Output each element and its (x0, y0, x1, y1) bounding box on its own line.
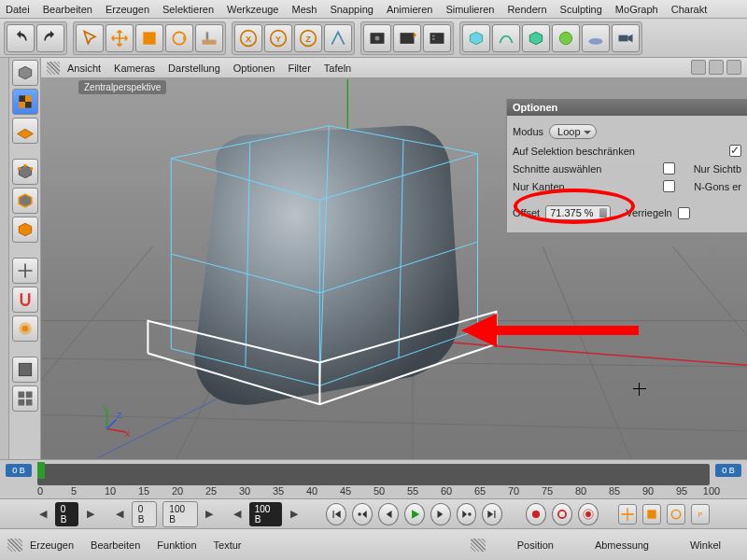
attr-tab-textur[interactable]: Textur (214, 539, 242, 551)
view-menu-darstellung[interactable]: Darstellung (168, 63, 220, 74)
menu-erzeugen[interactable]: Erzeugen (106, 4, 149, 15)
viewport-layouts-button[interactable] (12, 385, 38, 412)
view-menu-ansicht[interactable]: Ansicht (67, 63, 101, 74)
range2-field[interactable]: 100 B (249, 502, 283, 526)
view-menu-optionen[interactable]: Optionen (233, 63, 275, 74)
timeline-ruler[interactable] (37, 464, 710, 485)
view-menu-kameras[interactable]: Kameras (114, 63, 155, 74)
view-zoom-icon[interactable] (726, 60, 741, 75)
svg-point-25 (30, 167, 33, 170)
environment-button[interactable] (582, 24, 610, 52)
range2-next-icon[interactable]: ▶ (288, 506, 300, 523)
point-mode-button[interactable] (12, 159, 38, 185)
deformer-button[interactable] (552, 24, 580, 52)
timeline-start-marker[interactable]: 0 B (6, 464, 32, 477)
range-end-next-icon[interactable]: ▶ (204, 506, 216, 523)
range-start-field[interactable]: 0 B (132, 501, 158, 527)
soft-select-button[interactable] (12, 315, 38, 342)
spline-button[interactable] (492, 24, 520, 52)
timeline-end-marker[interactable]: 0 B (715, 464, 741, 477)
next-key-button[interactable] (457, 503, 477, 525)
menu-snapping[interactable]: Snapping (330, 4, 374, 15)
snap-button[interactable] (12, 287, 38, 313)
record-button[interactable] (526, 503, 546, 525)
range-prev-icon[interactable]: ◀ (37, 506, 49, 523)
timeline[interactable]: 0 B 0 B 0 5 10 15 20 25 30 35 40 45 50 5… (0, 459, 747, 498)
menu-charakter[interactable]: Charakt (671, 4, 708, 15)
current-frame-field[interactable]: 0 B (55, 502, 79, 526)
texture-mode-button[interactable] (12, 89, 38, 115)
view-menu-filter[interactable]: Filter (288, 63, 310, 74)
tick: 60 (441, 485, 452, 497)
render-view-button[interactable] (363, 24, 391, 52)
viewport-solo-button[interactable] (12, 357, 38, 383)
range-start-prev-icon[interactable]: ◀ (114, 506, 126, 523)
attr-tab-funktion[interactable]: Funktion (157, 539, 196, 551)
only-edges-checkbox[interactable] (663, 180, 675, 192)
goto-start-button[interactable] (326, 503, 346, 525)
prev-frame-button[interactable] (378, 503, 399, 525)
menu-rendern[interactable]: Rendern (507, 4, 546, 15)
polygon-mode-button[interactable] (12, 217, 38, 243)
menu-animieren[interactable]: Animieren (387, 4, 433, 15)
render-settings-button[interactable] (423, 24, 451, 52)
camera-button[interactable] (612, 24, 640, 52)
menu-mesh[interactable]: Mesh (291, 4, 317, 15)
enable-axis-button[interactable] (12, 258, 38, 284)
range-next-icon[interactable]: ▶ (84, 506, 96, 523)
workplane-button[interactable] (12, 118, 38, 144)
play-button[interactable] (404, 503, 425, 525)
viewport-3d[interactable]: Y X Z Optionen Modus Loop Auf Selektion … (41, 78, 747, 459)
menu-bearbeiten[interactable]: Bearbeiten (43, 4, 92, 15)
autokey-button[interactable] (552, 503, 572, 525)
rotate-tool[interactable] (165, 24, 193, 52)
y-axis-button[interactable]: Y (264, 24, 292, 52)
model-mode-button[interactable] (12, 60, 38, 86)
svg-line-57 (107, 429, 126, 432)
attr-grip-icon[interactable] (7, 539, 22, 552)
menu-sculpting[interactable]: Sculpting (560, 4, 602, 15)
redo-button[interactable] (36, 24, 64, 52)
cube-primitive-button[interactable] (462, 24, 490, 52)
move-tool[interactable] (106, 24, 134, 52)
view-nav-icon[interactable] (691, 60, 706, 75)
coord-grip-icon[interactable] (471, 539, 486, 552)
view-move-icon[interactable] (709, 60, 724, 75)
last-tool[interactable] (195, 24, 223, 52)
restrict-checkbox[interactable] (729, 145, 741, 157)
z-axis-button[interactable]: Z (294, 24, 322, 52)
next-frame-button[interactable] (430, 503, 451, 525)
menu-simulieren[interactable]: Simulieren (445, 4, 494, 15)
x-axis-button[interactable]: X (234, 24, 262, 52)
viewport-grip-icon[interactable] (47, 62, 60, 75)
edge-mode-button[interactable] (12, 188, 38, 214)
prev-key-button[interactable] (352, 503, 373, 525)
key-param-button[interactable]: P (691, 504, 710, 525)
generator-button[interactable] (522, 24, 550, 52)
attr-tab-bearbeiten[interactable]: Bearbeiten (91, 539, 140, 551)
menu-mograph[interactable]: MoGraph (615, 4, 658, 15)
menu-selektieren[interactable]: Selektieren (162, 4, 214, 15)
select-tool[interactable] (76, 24, 104, 52)
select-cuts-checkbox[interactable] (663, 162, 675, 175)
render-pv-button[interactable] (393, 24, 421, 52)
keyframe-sel-button[interactable] (578, 503, 599, 525)
key-move-button[interactable] (618, 504, 637, 525)
menu-datei[interactable]: Datei (6, 4, 30, 15)
modus-dropdown[interactable]: Loop (549, 124, 596, 139)
key-rotate-button[interactable] (667, 504, 685, 525)
lock-checkbox[interactable] (678, 207, 690, 219)
menu-werkzeuge[interactable]: Werkzeuge (227, 4, 278, 15)
timeline-playhead[interactable] (37, 462, 45, 479)
coord-system-button[interactable] (324, 24, 352, 52)
view-menu-tafeln[interactable]: Tafeln (324, 63, 351, 74)
goto-end-button[interactable] (482, 503, 502, 525)
scale-tool[interactable] (135, 24, 163, 52)
undo-button[interactable] (7, 24, 35, 52)
svg-point-28 (21, 326, 28, 332)
offset-field[interactable]: 71.375 % (545, 205, 611, 220)
attr-tab-erzeugen[interactable]: Erzeugen (30, 539, 74, 551)
key-scale-button[interactable] (642, 504, 661, 525)
range2-prev-icon[interactable]: ◀ (232, 506, 244, 523)
range-end-field[interactable]: 100 B (162, 501, 198, 527)
